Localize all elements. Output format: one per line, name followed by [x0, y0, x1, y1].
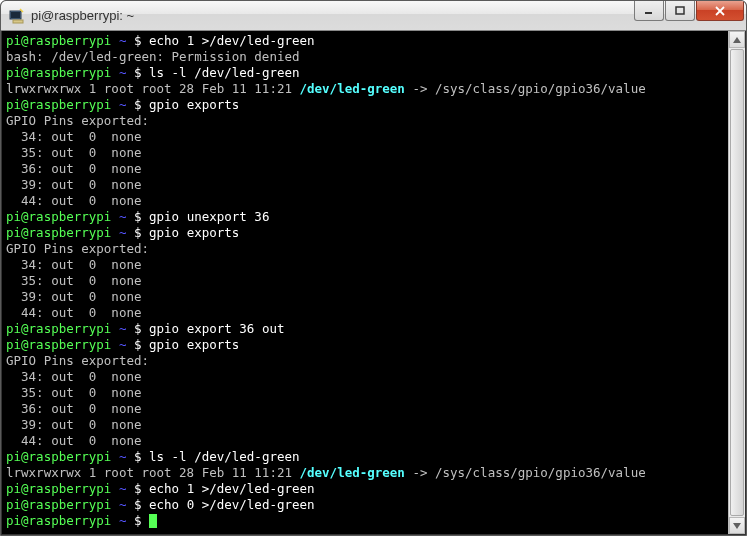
putty-icon [9, 8, 25, 24]
command-text: ls -l /dev/led-green [149, 65, 300, 80]
output-line: GPIO Pins exported: [6, 113, 724, 129]
command-text: gpio exports [149, 97, 239, 112]
minimize-button[interactable] [634, 1, 664, 21]
command-line: pi@raspberrypi ~ $ gpio exports [6, 97, 724, 113]
output-line: 34: out 0 none [6, 369, 724, 385]
close-button[interactable] [696, 1, 744, 21]
output-line: 39: out 0 none [6, 417, 724, 433]
output-line: lrwxrwxrwx 1 root root 28 Feb 11 11:21 /… [6, 81, 724, 97]
prompt-user: pi@raspberrypi [6, 97, 111, 112]
prompt-user: pi@raspberrypi [6, 65, 111, 80]
svg-marker-8 [733, 37, 741, 43]
command-text: gpio exports [149, 225, 239, 240]
output-line: lrwxrwxrwx 1 root root 28 Feb 11 11:21 /… [6, 465, 724, 481]
output-line: GPIO Pins exported: [6, 241, 724, 257]
output-line: 39: out 0 none [6, 177, 724, 193]
app-window: pi@raspberrypi: ~ pi@raspberrypi ~ $ ech… [0, 0, 747, 536]
symlink-name: /dev/led-green [300, 465, 405, 480]
command-text: gpio export 36 out [149, 321, 284, 336]
output-line: 36: out 0 none [6, 401, 724, 417]
prompt-user: pi@raspberrypi [6, 481, 111, 496]
output-line: 44: out 0 none [6, 193, 724, 209]
command-line: pi@raspberrypi ~ $ gpio exports [6, 337, 724, 353]
output-line: 35: out 0 none [6, 145, 724, 161]
scroll-thumb[interactable] [730, 49, 744, 516]
prompt-user: pi@raspberrypi [6, 449, 111, 464]
scroll-down-button[interactable] [729, 517, 745, 534]
command-line: pi@raspberrypi ~ $ ls -l /dev/led-green [6, 449, 724, 465]
scroll-up-button[interactable] [729, 31, 745, 48]
prompt-user: pi@raspberrypi [6, 337, 111, 352]
prompt-user: pi@raspberrypi [6, 513, 111, 528]
prompt-user: pi@raspberrypi [6, 209, 111, 224]
command-line: pi@raspberrypi ~ $ echo 1 >/dev/led-gree… [6, 481, 724, 497]
output-line: 44: out 0 none [6, 433, 724, 449]
vertical-scrollbar[interactable] [728, 31, 745, 534]
output-line: 39: out 0 none [6, 289, 724, 305]
command-text: echo 1 >/dev/led-green [149, 481, 315, 496]
terminal-container: pi@raspberrypi ~ $ echo 1 >/dev/led-gree… [1, 31, 746, 535]
command-line: pi@raspberrypi ~ $ gpio exports [6, 225, 724, 241]
window-title: pi@raspberrypi: ~ [31, 8, 633, 23]
command-line: pi@raspberrypi ~ $ ls -l /dev/led-green [6, 65, 724, 81]
command-line: pi@raspberrypi ~ $ echo 1 >/dev/led-gree… [6, 33, 724, 49]
command-line: pi@raspberrypi ~ $ echo 0 >/dev/led-gree… [6, 497, 724, 513]
output-line: 34: out 0 none [6, 129, 724, 145]
svg-rect-2 [13, 20, 23, 23]
command-line: pi@raspberrypi ~ $ [6, 513, 724, 529]
output-line: 44: out 0 none [6, 305, 724, 321]
titlebar[interactable]: pi@raspberrypi: ~ [1, 1, 746, 31]
svg-rect-5 [676, 7, 684, 14]
prompt-user: pi@raspberrypi [6, 321, 111, 336]
prompt-user: pi@raspberrypi [6, 497, 111, 512]
command-text: gpio exports [149, 337, 239, 352]
command-text: gpio unexport 36 [149, 209, 269, 224]
output-line: 35: out 0 none [6, 273, 724, 289]
output-line: 34: out 0 none [6, 257, 724, 273]
symlink-name: /dev/led-green [300, 81, 405, 96]
maximize-button[interactable] [665, 1, 695, 21]
command-line: pi@raspberrypi ~ $ gpio export 36 out [6, 321, 724, 337]
output-line: bash: /dev/led-green: Permission denied [6, 49, 724, 65]
cursor [149, 514, 157, 528]
output-line: 35: out 0 none [6, 385, 724, 401]
command-line: pi@raspberrypi ~ $ gpio unexport 36 [6, 209, 724, 225]
output-line: 36: out 0 none [6, 161, 724, 177]
output-line: GPIO Pins exported: [6, 353, 724, 369]
prompt-user: pi@raspberrypi [6, 225, 111, 240]
svg-marker-9 [733, 523, 741, 529]
svg-rect-1 [11, 12, 20, 18]
command-text: echo 1 >/dev/led-green [149, 33, 315, 48]
window-controls [633, 1, 744, 30]
command-text: echo 0 >/dev/led-green [149, 497, 315, 512]
command-text: ls -l /dev/led-green [149, 449, 300, 464]
terminal-output[interactable]: pi@raspberrypi ~ $ echo 1 >/dev/led-gree… [2, 31, 728, 534]
prompt-user: pi@raspberrypi [6, 33, 111, 48]
